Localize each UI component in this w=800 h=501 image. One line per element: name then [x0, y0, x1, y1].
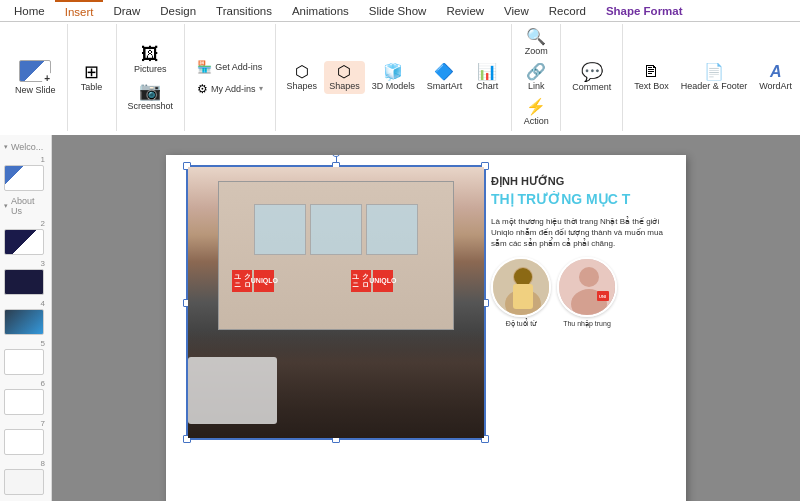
my-addins-icon: ⚙ — [197, 82, 208, 96]
header-footer-icon: 📄 — [704, 64, 724, 80]
slide-group-welcome[interactable]: ▾ Welco... — [0, 139, 51, 153]
chart-label: Chart — [476, 81, 498, 91]
tab-slideshow[interactable]: Slide Show — [359, 0, 437, 22]
tab-design[interactable]: Design — [150, 0, 206, 22]
smartart-label: SmartArt — [427, 81, 463, 91]
wordart-button[interactable]: A WordArt — [754, 61, 797, 94]
text-group: 🖹 Text Box 📄 Header & Footer A WordArt 📅… — [623, 24, 800, 131]
tab-animations[interactable]: Animations — [282, 0, 359, 22]
slide-thumb-container-5: 5 — [0, 337, 51, 377]
canvas-area: ユニクロ UNIQLO ユニクロ UNIQLO — [52, 135, 800, 501]
addins-group: 🏪 Get Add-ins ⚙ My Add-ins ▾ — [185, 24, 276, 131]
table-button[interactable]: ⊞ Table — [74, 60, 110, 95]
slide-thumb-2[interactable] — [4, 229, 44, 255]
tab-record[interactable]: Record — [539, 0, 596, 22]
tab-home[interactable]: Home — [4, 0, 55, 22]
slide-thumb-container-2: 2 — [0, 217, 51, 257]
group-welcome-label: Welco... — [11, 142, 43, 152]
circle-images: UNI — [491, 257, 676, 317]
pictures-button[interactable]: 🖼 Pictures — [129, 42, 172, 77]
slide-thumb-1[interactable] — [4, 165, 44, 191]
table-icon: ⊞ — [84, 63, 99, 81]
slide-thumb-4[interactable] — [4, 309, 44, 335]
slide-thumb-6[interactable] — [4, 389, 44, 415]
description: Là một thương hiệu thời trang Nhật Bả th… — [491, 216, 676, 250]
chart-icon: 📊 — [477, 64, 497, 80]
tab-draw[interactable]: Draw — [103, 0, 150, 22]
uniqlo-sign-right: ユニクロ UNIQLO — [351, 270, 393, 292]
3d-models-label: 3D Models — [372, 81, 415, 91]
new-slide-button[interactable]: New Slide — [10, 57, 61, 98]
tab-shape-format[interactable]: Shape Format — [596, 0, 693, 22]
new-slide-label: New Slide — [15, 85, 56, 95]
slide-number-3: 3 — [4, 259, 47, 268]
heading: ĐỊNH HƯỚNG — [491, 175, 676, 188]
slide-thumb-7[interactable] — [4, 429, 44, 455]
person-silhouette-1 — [493, 259, 551, 317]
screenshot-label: Screenshot — [128, 101, 174, 111]
bottom-label-1: Độ tuổi từ — [491, 320, 551, 328]
tab-view[interactable]: View — [494, 0, 539, 22]
tab-transitions[interactable]: Transitions — [206, 0, 282, 22]
link-icon: 🔗 — [526, 64, 546, 80]
slide-thumb-container-4: 4 — [0, 297, 51, 337]
get-addins-button[interactable]: 🏪 Get Add-ins — [191, 57, 268, 77]
link-button[interactable]: 🔗 Link — [518, 61, 554, 94]
slide-thumb-container-7: 7 — [0, 417, 51, 457]
shapes-highlighted-icon: ⬡ — [337, 64, 351, 80]
comment-label: Comment — [572, 82, 611, 92]
my-addins-button[interactable]: ⚙ My Add-ins ▾ — [191, 79, 269, 99]
svg-point-3 — [514, 268, 532, 286]
smartart-button[interactable]: 🔷 SmartArt — [422, 61, 468, 94]
comment-button[interactable]: 💬 Comment — [567, 60, 616, 95]
uniqlo-box-japanese-2: ユニクロ — [351, 270, 371, 292]
header-footer-label: Header & Footer — [681, 81, 748, 91]
wordart-icon: A — [770, 64, 782, 80]
action-button[interactable]: ⚡ Action — [518, 96, 554, 129]
text-box-label: Text Box — [634, 81, 669, 91]
shapes-highlighted-button[interactable]: ⬡ Shapes — [324, 61, 365, 94]
tab-insert[interactable]: Insert — [55, 0, 104, 22]
chevron-down-icon: ▾ — [4, 143, 8, 151]
slide-number-5: 5 — [4, 339, 47, 348]
tab-review[interactable]: Review — [436, 0, 494, 22]
store-window-2 — [310, 204, 363, 255]
comments-group: 💬 Comment — [561, 24, 623, 131]
slides-panel[interactable]: ▾ Welco... 1 ▾ About Us 2 3 4 — [0, 135, 52, 501]
slide-number-4: 4 — [4, 299, 47, 308]
slide-thumb-3[interactable] — [4, 269, 44, 295]
slide-thumb-5[interactable] — [4, 349, 44, 375]
text-box-icon: 🖹 — [643, 64, 659, 80]
links-group: 🔍 Zoom 🔗 Link ⚡ Action — [512, 24, 561, 131]
action-icon: ⚡ — [526, 99, 546, 115]
circle-image-1 — [491, 257, 551, 317]
svg-rect-4 — [513, 284, 533, 309]
selected-image-container[interactable]: ユニクロ UNIQLO ユニクロ UNIQLO — [186, 165, 486, 440]
slide-thumb-8[interactable] — [4, 469, 44, 495]
ribbon-tabs: Home Insert Draw Design Transitions Anim… — [0, 0, 800, 22]
chevron-down-icon-2: ▾ — [4, 202, 8, 210]
bottom-labels: Độ tuổi từ Thu nhập trung — [491, 320, 676, 328]
zoom-icon: 🔍 — [526, 29, 546, 45]
slide-number-6: 6 — [4, 379, 47, 388]
uniqlo-box-english: UNIQLO — [254, 270, 274, 292]
chart-button[interactable]: 📊 Chart — [469, 61, 505, 94]
svg-point-6 — [579, 267, 599, 287]
zoom-button[interactable]: 🔍 Zoom — [518, 26, 554, 59]
3d-models-button[interactable]: 🧊 3D Models — [367, 61, 420, 94]
my-addins-label: My Add-ins — [211, 84, 256, 94]
subheading: THỊ TRƯỜNG MỤC T — [491, 191, 676, 208]
screenshot-button[interactable]: 📷 Screenshot — [123, 79, 179, 114]
text-box-button[interactable]: 🖹 Text Box — [629, 61, 674, 94]
slide-group-about-us[interactable]: ▾ About Us — [0, 193, 51, 217]
shapes-button[interactable]: ⬡ Shapes — [282, 61, 323, 94]
3d-models-icon: 🧊 — [383, 64, 403, 80]
action-label: Action — [524, 116, 549, 126]
store-icon: 🏪 — [197, 60, 212, 74]
slide-thumb-container-1: 1 — [0, 153, 51, 193]
app-window: Home Insert Draw Design Transitions Anim… — [0, 0, 800, 501]
uniqlo-sign-left: ユニクロ UNIQLO — [232, 270, 274, 292]
screenshot-icon: 📷 — [139, 82, 161, 100]
svg-text:UNI: UNI — [599, 294, 606, 299]
header-footer-button[interactable]: 📄 Header & Footer — [676, 61, 753, 94]
